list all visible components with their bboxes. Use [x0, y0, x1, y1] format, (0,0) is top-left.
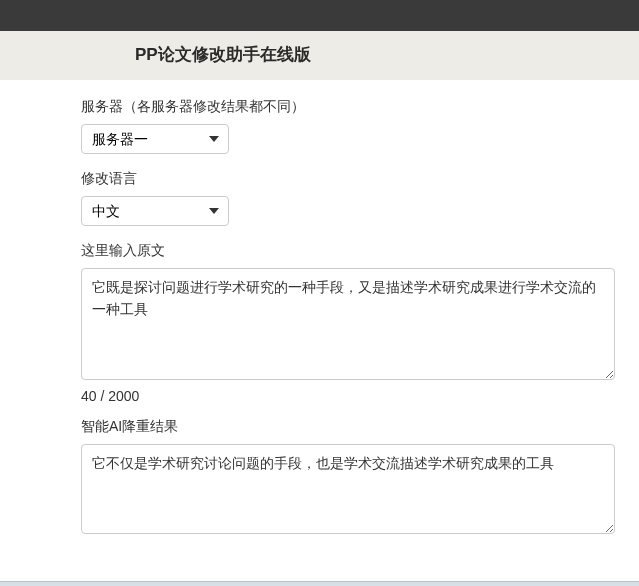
- input-field-group: 这里输入原文: [81, 242, 639, 384]
- input-textarea[interactable]: [81, 268, 615, 380]
- top-bar: [0, 0, 639, 31]
- language-select[interactable]: 中文: [81, 196, 229, 226]
- input-label: 这里输入原文: [81, 242, 639, 260]
- footer-edge: [0, 581, 639, 586]
- server-label: 服务器（各服务器修改结果都不同）: [81, 98, 639, 116]
- language-field-group: 修改语言 中文: [81, 170, 639, 226]
- char-counter: 40 / 2000: [81, 388, 639, 404]
- output-textarea[interactable]: [81, 444, 615, 534]
- main-content: 服务器（各服务器修改结果都不同） 服务器一 修改语言 中文 这里输入原文 40 …: [0, 80, 639, 538]
- output-field-group: 智能AI降重结果: [81, 418, 639, 538]
- output-label: 智能AI降重结果: [81, 418, 639, 436]
- page-header: PP论文修改助手在线版: [0, 31, 639, 80]
- server-select[interactable]: 服务器一: [81, 124, 229, 154]
- page-title: PP论文修改助手在线版: [0, 43, 639, 66]
- server-field-group: 服务器（各服务器修改结果都不同） 服务器一: [81, 98, 639, 154]
- language-label: 修改语言: [81, 170, 639, 188]
